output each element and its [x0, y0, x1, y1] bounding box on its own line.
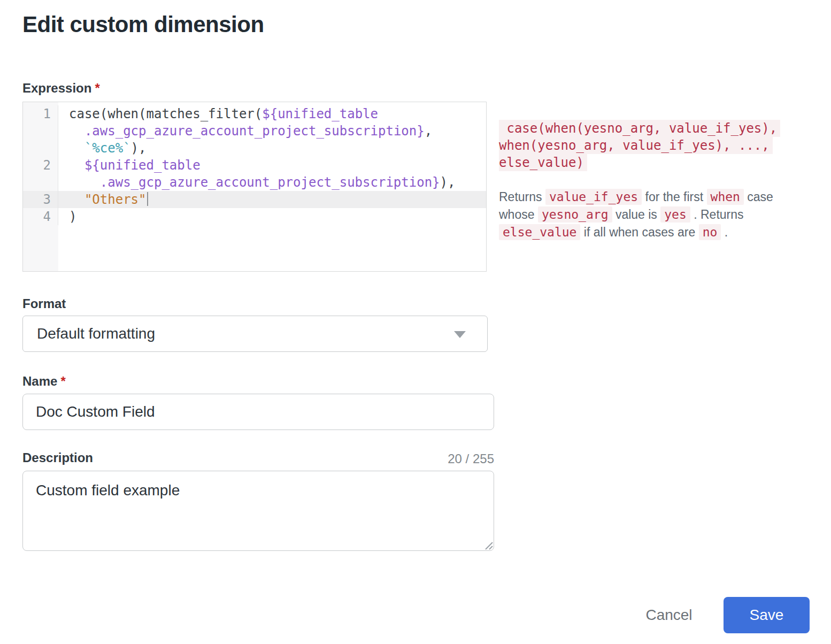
code-token-string: "Others" — [84, 192, 147, 207]
description-text: value is — [612, 208, 661, 221]
description-text: . Returns — [690, 208, 744, 221]
code-token-default — [69, 124, 84, 139]
code-token-default: ), — [131, 141, 147, 156]
function-description-line: whose yesno_arg value is yes . Returns — [499, 206, 798, 224]
code-line-content: case(when(matches_filter(${unified_table — [58, 105, 378, 122]
required-asterisk: * — [95, 81, 99, 95]
save-button[interactable]: Save — [724, 597, 810, 633]
code-token-variable: ${unified_table — [262, 106, 378, 121]
description-text: case — [744, 190, 773, 204]
name-field[interactable] — [22, 394, 494, 430]
description-text: if all when cases are — [580, 225, 698, 239]
code-line[interactable]: .aws_gcp_azure_account_project_subscript… — [23, 122, 486, 140]
chevron-down-icon — [454, 331, 466, 338]
line-number: 4 — [23, 208, 58, 225]
description-text: for the first — [642, 190, 706, 204]
name-label: Name* — [22, 374, 66, 389]
function-description-line: else_value if all when cases are no . — [499, 224, 798, 241]
inline-code-chip: value_if_yes — [545, 189, 642, 205]
description-text: Returns — [499, 190, 545, 204]
function-signature-line: when(yesno_arg, value_if_yes), ..., — [499, 137, 773, 154]
description-text: . — [721, 225, 728, 239]
code-token-default — [69, 141, 84, 156]
code-line-content: .aws_gcp_azure_account_project_subscript… — [58, 122, 432, 140]
line-number: 1 — [23, 105, 58, 122]
inline-code-chip: no — [699, 224, 721, 240]
expression-label: Expression* — [22, 81, 100, 96]
line-number: 2 — [23, 157, 58, 174]
resize-handle-icon[interactable] — [482, 539, 493, 550]
code-line[interactable]: .aws_gcp_azure_account_project_subscript… — [23, 174, 486, 191]
expression-code-editor[interactable]: 1case(when(matches_filter(${unified_tabl… — [22, 102, 487, 272]
line-number — [23, 140, 58, 157]
code-token-filter: `%ce%` — [84, 141, 131, 156]
code-line-content: "Others" — [58, 191, 148, 208]
code-line[interactable]: 3 "Others" — [23, 191, 486, 208]
format-label: Format — [22, 296, 66, 311]
code-token-default: ) — [69, 209, 76, 224]
format-select-value: Default formatting — [37, 325, 155, 342]
line-number: 3 — [23, 191, 58, 208]
code-token-variable: .aws_gcp_azure_account_project_subscript… — [100, 175, 440, 190]
code-token-variable: .aws_gcp_azure_account_project_subscript… — [84, 124, 425, 139]
code-line-content: `%ce%`), — [58, 140, 147, 157]
code-token-default: ), — [440, 175, 456, 190]
code-line-content: ${unified_table — [58, 157, 201, 174]
function-signature-line: else_value) — [499, 154, 587, 171]
required-asterisk: * — [60, 374, 65, 388]
code-token-default — [69, 175, 100, 190]
code-token-default: , — [425, 124, 432, 139]
expression-editor-rows: 1case(when(matches_filter(${unified_tabl… — [23, 102, 486, 225]
description-text: whose — [499, 208, 538, 221]
code-token-default — [69, 158, 84, 173]
function-signature-line: case(when(yesno_arg, value_if_yes), — [499, 120, 780, 137]
format-select[interactable]: Default formatting — [22, 316, 488, 352]
function-description-line: Returns value_if_yes for the first when … — [499, 188, 798, 206]
code-line-content: ) — [58, 208, 76, 225]
inline-code-chip: else_value — [499, 224, 580, 240]
code-line-content: .aws_gcp_azure_account_project_subscript… — [58, 174, 455, 191]
code-line[interactable]: `%ce%`), — [23, 140, 486, 157]
code-line[interactable]: 1case(when(matches_filter(${unified_tabl… — [23, 105, 486, 122]
text-cursor — [147, 192, 148, 206]
page-title: Edit custom dimension — [22, 12, 264, 37]
cancel-button[interactable]: Cancel — [634, 601, 704, 629]
function-help-panel: case(when(yesno_arg, value_if_yes),when(… — [499, 120, 798, 241]
inline-code-chip: yesno_arg — [538, 206, 612, 223]
inline-code-chip: yes — [660, 206, 690, 223]
line-number — [23, 122, 58, 140]
function-signature-block: case(when(yesno_arg, value_if_yes),when(… — [499, 120, 798, 171]
function-description: Returns value_if_yes for the first when … — [499, 188, 798, 241]
inline-code-chip: when — [707, 189, 744, 205]
description-field[interactable]: Custom field example — [22, 471, 494, 551]
description-char-counter: 20 / 255 — [22, 451, 494, 466]
code-token-variable: ${unified_table — [84, 158, 201, 173]
line-number — [23, 174, 58, 191]
code-token-default: case(when(matches_filter( — [69, 106, 262, 121]
code-line[interactable]: 2 ${unified_table — [23, 157, 486, 174]
code-token-default — [69, 192, 84, 207]
code-line[interactable]: 4) — [23, 208, 486, 225]
